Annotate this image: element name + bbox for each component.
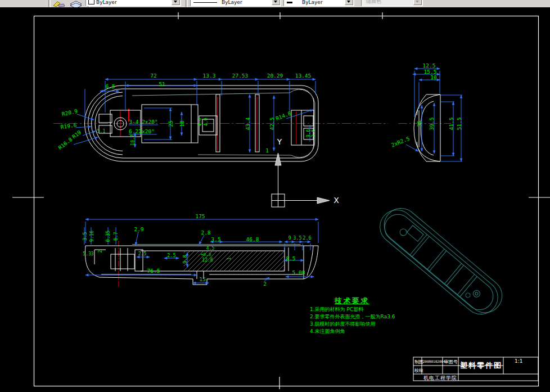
cad-application-window: ByLayer ByLayer ByLayer 随颜色 [0, 0, 550, 392]
cad-drawing [0, 0, 550, 392]
side-view [414, 94, 440, 161]
tech-req-item: 3.脱模时的斜度不得影响使用 [310, 321, 414, 328]
titleblock-drawn-by-label: 制图 [414, 359, 423, 365]
titleblock-scale: 1:1 [515, 358, 522, 364]
titleblock-organization: 机电工程学院 [423, 375, 457, 382]
titleblock-review-label: 审图号 [444, 359, 458, 365]
tech-req-item: 2.要求零件外表面光滑，一般为Ra3.6 [310, 313, 414, 321]
section-hatching [184, 251, 285, 271]
technical-requirements-title: 技术要求 [310, 296, 394, 306]
titleblock-drawn-by-value: 20080102004 [423, 359, 445, 363]
titleblock-check-label: 校核 [414, 367, 423, 373]
tech-req-item: 4.未注圆角倒角 [310, 328, 414, 335]
side-view-dimensions [406, 69, 462, 161]
technical-requirements: 技术要求 1.采用的材料为 PC塑料 2.要求零件外表面光滑，一般为Ra3.6 … [310, 296, 414, 335]
drawing-canvas[interactable]: 72516.513.327.5320.2913.45R20.9R19.6R19R… [0, 7, 550, 392]
ucs-icon [272, 153, 330, 207]
titleblock-drawing-title: 塑料零件图 [460, 361, 502, 371]
tech-req-item: 1.采用的材料为 PC塑料 [310, 306, 414, 313]
